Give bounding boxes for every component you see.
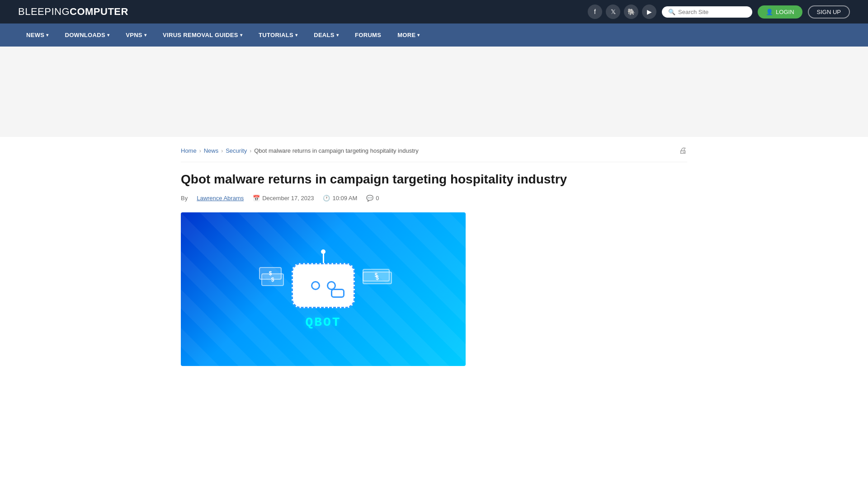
breadcrumb-security[interactable]: Security bbox=[226, 147, 247, 154]
calendar-icon: 📅 bbox=[253, 195, 260, 202]
breadcrumb-sep-3: › bbox=[250, 148, 251, 154]
article-date: December 17, 2023 bbox=[262, 195, 314, 202]
hero-background: $ $ $ $ QBOT bbox=[181, 212, 466, 366]
nav-tutorials[interactable]: TUTORIALS ▾ bbox=[250, 23, 306, 47]
youtube-icon[interactable]: ▶ bbox=[642, 5, 656, 19]
twitter-icon[interactable]: 𝕏 bbox=[606, 5, 620, 19]
article-hero-image: $ $ $ $ QBOT bbox=[181, 212, 466, 366]
article-comments: 0 bbox=[376, 195, 379, 202]
qbot-illustration: $ $ $ $ QBOT bbox=[292, 249, 355, 329]
nav-deals-arrow: ▾ bbox=[336, 33, 339, 38]
article-time-meta: 🕐 10:09 AM bbox=[323, 195, 357, 202]
nav-virus-arrow: ▾ bbox=[240, 33, 242, 38]
header-right: f 𝕏 🐘 ▶ 🔍 👤 LOGIN SIGN UP bbox=[588, 5, 850, 19]
nav-deals[interactable]: DEALS ▾ bbox=[306, 23, 347, 47]
search-input[interactable] bbox=[678, 9, 746, 15]
article-title: Qbot malware returns in campaign targeti… bbox=[181, 171, 687, 188]
print-button[interactable]: 🖨 bbox=[679, 146, 687, 155]
nav-virus-removal[interactable]: VIRUS REMOVAL GUIDES ▾ bbox=[155, 23, 250, 47]
nav-downloads-arrow: ▾ bbox=[107, 33, 109, 38]
breadcrumb: Home › News › Security › Qbot malware re… bbox=[181, 146, 687, 162]
login-button[interactable]: 👤 LOGIN bbox=[758, 5, 802, 19]
qbot-label: QBOT bbox=[305, 315, 341, 329]
article-by-label: By bbox=[181, 195, 188, 202]
user-icon: 👤 bbox=[766, 9, 773, 15]
nav-news[interactable]: NEWS ▾ bbox=[18, 23, 57, 47]
nav-downloads[interactable]: DOWNLOADS ▾ bbox=[57, 23, 118, 47]
article-time: 10:09 AM bbox=[332, 195, 357, 202]
clock-icon: 🕐 bbox=[323, 195, 330, 202]
article-comments-meta: 💬 0 bbox=[366, 195, 379, 202]
mastodon-icon[interactable]: 🐘 bbox=[624, 5, 638, 19]
robot-left-eye bbox=[311, 281, 320, 290]
content-wrapper: Home › News › Security › Qbot malware re… bbox=[163, 137, 705, 375]
breadcrumb-sep-2: › bbox=[221, 148, 223, 154]
breadcrumb-news[interactable]: News bbox=[204, 147, 219, 154]
comment-icon: 💬 bbox=[366, 195, 373, 202]
nav-forums[interactable]: FORUMS bbox=[347, 23, 389, 47]
breadcrumb-sep-1: › bbox=[199, 148, 201, 154]
nav-news-arrow: ▾ bbox=[46, 33, 48, 38]
robot-mouth bbox=[331, 289, 344, 298]
site-logo[interactable]: BLEEPINGCOMPUTER bbox=[18, 6, 128, 18]
article-date-meta: 📅 December 17, 2023 bbox=[253, 195, 314, 202]
breadcrumb-left: Home › News › Security › Qbot malware re… bbox=[181, 147, 419, 154]
nav-more-arrow: ▾ bbox=[417, 33, 420, 38]
dollar-card-4: $ bbox=[363, 272, 392, 284]
facebook-icon[interactable]: f bbox=[588, 5, 602, 19]
nav-vpns[interactable]: VPNS ▾ bbox=[118, 23, 155, 47]
search-icon: 🔍 bbox=[668, 9, 675, 15]
dollar-card-3: $ bbox=[259, 267, 282, 280]
article-meta: By Lawrence Abrams 📅 December 17, 2023 🕐… bbox=[181, 195, 687, 202]
nav-more[interactable]: MORE ▾ bbox=[389, 23, 428, 47]
article-author[interactable]: Lawrence Abrams bbox=[197, 195, 244, 202]
robot-body: $ $ $ $ bbox=[292, 263, 355, 308]
site-header: BLEEPINGCOMPUTER f 𝕏 🐘 ▶ 🔍 👤 LOGIN SIGN … bbox=[0, 0, 868, 23]
breadcrumb-home[interactable]: Home bbox=[181, 147, 197, 154]
social-icons: f 𝕏 🐘 ▶ bbox=[588, 5, 656, 19]
search-box: 🔍 bbox=[662, 6, 752, 18]
nav-vpns-arrow: ▾ bbox=[144, 33, 146, 38]
nav-tutorials-arrow: ▾ bbox=[295, 33, 297, 38]
main-nav: NEWS ▾ DOWNLOADS ▾ VPNS ▾ VIRUS REMOVAL … bbox=[0, 23, 868, 47]
robot-antenna-stick bbox=[323, 250, 324, 264]
breadcrumb-current: Qbot malware returns in campaign targeti… bbox=[254, 147, 418, 154]
advertisement-banner bbox=[0, 47, 868, 137]
signup-button[interactable]: SIGN UP bbox=[808, 5, 850, 19]
